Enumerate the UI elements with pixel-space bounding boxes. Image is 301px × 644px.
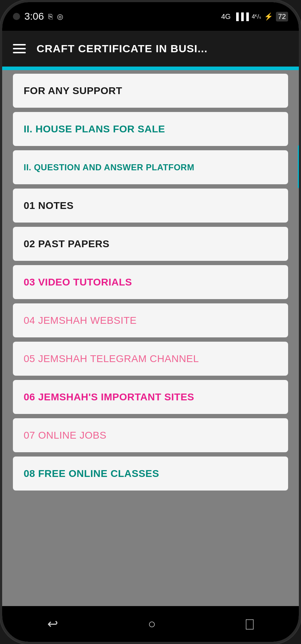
menu-item-online-jobs[interactable]: 07 ONLINE JOBS (13, 418, 288, 452)
menu-item-house-plans[interactable]: II. HOUSE PLANS FOR SALE (13, 112, 288, 146)
battery-icon: 72 (276, 12, 288, 21)
menu-item-telegram-channel[interactable]: 05 JEMSHAH TELEGRAM CHANNEL (13, 342, 288, 376)
camera-dot (13, 13, 20, 20)
usb-icon: ⎘ (48, 13, 53, 21)
signal-icon: ▐▐▐ (234, 13, 249, 21)
menu-item-free-online-classes[interactable]: 08 FREE ONLINE CLASSES (13, 457, 288, 491)
status-icons: 4G ▐▐▐ 4ᴷ/ₛ ⚡ 72 (221, 12, 288, 21)
menu-item-notes[interactable]: 01 NOTES (13, 189, 288, 223)
accent-bar (2, 67, 299, 70)
menu-item-qa-platform[interactable]: II. QUESTION AND ANSWER PLATFORM (13, 150, 288, 184)
menu-item-text-qa-platform: II. QUESTION AND ANSWER PLATFORM (24, 162, 194, 172)
menu-button[interactable] (13, 44, 26, 53)
status-bar: 3:06 ⎘ ◎ 4G ▐▐▐ 4ᴷ/ₛ ⚡ 72 (2, 2, 299, 31)
menu-item-text-important-sites: 06 JEMSHAH'S IMPORTANT SITES (24, 391, 194, 403)
bottom-nav: ↩ ○ ⎕ (2, 606, 299, 642)
home-button[interactable]: ○ (148, 616, 156, 631)
menu-item-jemshah-website[interactable]: 04 JEMSHAH WEBSITE (13, 303, 288, 337)
menu-item-text-free-online-classes: 08 FREE ONLINE CLASSES (24, 468, 159, 479)
phone-device: 3:06 ⎘ ◎ 4G ▐▐▐ 4ᴷ/ₛ ⚡ 72 CRAFT CERTIFIC… (0, 0, 301, 644)
menu-item-support[interactable]: FOR ANY SUPPORT (13, 74, 288, 108)
status-left: 3:06 ⎘ ◎ (13, 11, 63, 22)
charge-icon: ⚡ (264, 12, 273, 21)
network-icon: 4G (221, 13, 231, 21)
app-header: CRAFT CERTIFICATE IN BUSI... (2, 31, 299, 67)
menu-item-video-tutorials[interactable]: 03 VIDEO TUTORIALS (13, 265, 288, 299)
menu-item-text-past-papers: 02 PAST PAPERS (24, 238, 109, 250)
menu-line-1 (13, 44, 26, 45)
menu-item-past-papers[interactable]: 02 PAST PAPERS (13, 227, 288, 261)
menu-line-3 (13, 52, 26, 53)
cast-icon: ◎ (57, 12, 63, 21)
page-title: CRAFT CERTIFICATE IN BUSI... (37, 43, 288, 55)
menu-item-text-jemshah-website: 04 JEMSHAH WEBSITE (24, 315, 137, 326)
menu-item-text-telegram-channel: 05 JEMSHAH TELEGRAM CHANNEL (24, 353, 199, 365)
menu-item-text-support: FOR ANY SUPPORT (24, 85, 122, 97)
menu-item-important-sites[interactable]: 06 JEMSHAH'S IMPORTANT SITES (13, 380, 288, 414)
menu-item-text-online-jobs: 07 ONLINE JOBS (24, 430, 106, 441)
content-area: FOR ANY SUPPORT II. HOUSE PLANS FOR SALE… (2, 70, 299, 606)
menu-item-text-house-plans: II. HOUSE PLANS FOR SALE (24, 123, 165, 135)
data-speed-icon: 4ᴷ/ₛ (252, 13, 261, 20)
menu-item-text-notes: 01 NOTES (24, 200, 73, 211)
back-button[interactable]: ↩ (47, 616, 58, 631)
menu-item-text-video-tutorials: 03 VIDEO TUTORIALS (24, 277, 132, 288)
recent-button[interactable]: ⎕ (246, 616, 254, 631)
phone-screen: 3:06 ⎘ ◎ 4G ▐▐▐ 4ᴷ/ₛ ⚡ 72 CRAFT CERTIFIC… (2, 2, 299, 642)
menu-line-2 (13, 48, 26, 49)
status-time: 3:06 (24, 11, 44, 22)
